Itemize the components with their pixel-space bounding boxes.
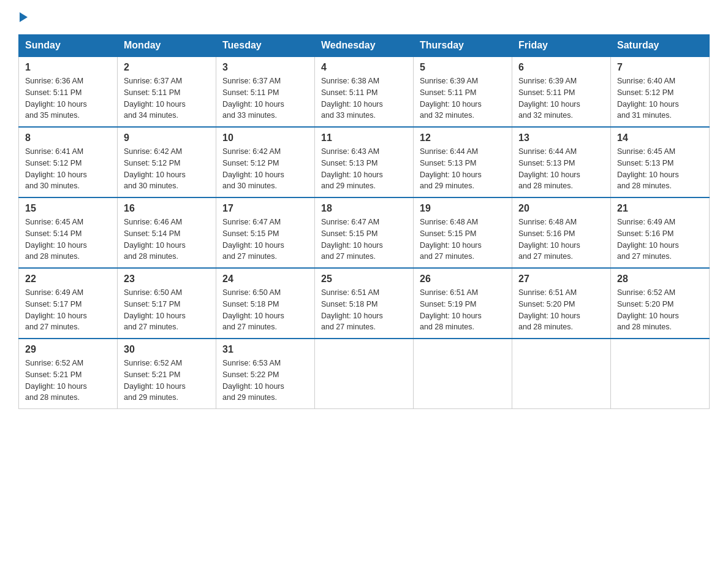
day-number: 27 (518, 274, 604, 285)
day-number: 5 (420, 62, 506, 73)
day-cell: 7Sunrise: 6:40 AMSunset: 5:12 PMDaylight… (611, 56, 710, 127)
day-info: Sunrise: 6:39 AMSunset: 5:11 PMDaylight:… (420, 75, 506, 121)
day-number: 6 (518, 62, 604, 73)
day-cell: 1Sunrise: 6:36 AMSunset: 5:11 PMDaylight… (19, 56, 118, 127)
day-cell: 21Sunrise: 6:49 AMSunset: 5:16 PMDayligh… (611, 197, 710, 268)
day-number: 20 (518, 203, 604, 214)
logo (18, 12, 28, 23)
day-info: Sunrise: 6:52 AMSunset: 5:21 PMDaylight:… (25, 358, 111, 404)
day-cell: 29Sunrise: 6:52 AMSunset: 5:21 PMDayligh… (19, 339, 118, 409)
day-cell: 26Sunrise: 6:51 AMSunset: 5:19 PMDayligh… (414, 268, 512, 339)
day-cell (315, 339, 414, 409)
day-info: Sunrise: 6:49 AMSunset: 5:16 PMDaylight:… (617, 216, 703, 262)
day-cell (512, 339, 611, 409)
col-header-wednesday: Wednesday (315, 35, 414, 57)
day-cell: 31Sunrise: 6:53 AMSunset: 5:22 PMDayligh… (216, 339, 315, 409)
day-info: Sunrise: 6:37 AMSunset: 5:11 PMDaylight:… (222, 75, 308, 121)
day-info: Sunrise: 6:37 AMSunset: 5:11 PMDaylight:… (124, 75, 210, 121)
day-number: 29 (25, 344, 111, 355)
day-info: Sunrise: 6:43 AMSunset: 5:13 PMDaylight:… (321, 146, 407, 192)
day-info: Sunrise: 6:40 AMSunset: 5:12 PMDaylight:… (617, 75, 703, 121)
day-info: Sunrise: 6:51 AMSunset: 5:19 PMDaylight:… (420, 287, 506, 333)
day-number: 7 (617, 62, 703, 73)
day-number: 3 (222, 62, 308, 73)
day-cell: 24Sunrise: 6:50 AMSunset: 5:18 PMDayligh… (216, 268, 315, 339)
day-cell: 8Sunrise: 6:41 AMSunset: 5:12 PMDaylight… (19, 127, 118, 197)
day-cell: 10Sunrise: 6:42 AMSunset: 5:12 PMDayligh… (216, 127, 315, 197)
day-info: Sunrise: 6:48 AMSunset: 5:16 PMDaylight:… (518, 216, 604, 262)
col-header-thursday: Thursday (414, 35, 512, 57)
day-info: Sunrise: 6:44 AMSunset: 5:13 PMDaylight:… (518, 146, 604, 192)
page-header (18, 12, 710, 23)
day-number: 28 (617, 274, 703, 285)
day-info: Sunrise: 6:44 AMSunset: 5:13 PMDaylight:… (420, 146, 506, 192)
day-cell: 13Sunrise: 6:44 AMSunset: 5:13 PMDayligh… (512, 127, 611, 197)
day-cell: 28Sunrise: 6:52 AMSunset: 5:20 PMDayligh… (611, 268, 710, 339)
day-number: 10 (222, 132, 308, 144)
day-number: 13 (518, 132, 604, 144)
day-number: 11 (321, 132, 407, 144)
day-cell: 11Sunrise: 6:43 AMSunset: 5:13 PMDayligh… (315, 127, 414, 197)
day-cell: 4Sunrise: 6:38 AMSunset: 5:11 PMDaylight… (315, 56, 414, 127)
day-info: Sunrise: 6:47 AMSunset: 5:15 PMDaylight:… (222, 216, 308, 262)
day-cell: 16Sunrise: 6:46 AMSunset: 5:14 PMDayligh… (118, 197, 216, 268)
day-number: 23 (124, 274, 210, 285)
day-cell (414, 339, 512, 409)
day-info: Sunrise: 6:38 AMSunset: 5:11 PMDaylight:… (321, 75, 407, 121)
day-cell: 2Sunrise: 6:37 AMSunset: 5:11 PMDaylight… (118, 56, 216, 127)
day-number: 24 (222, 274, 308, 285)
day-cell: 23Sunrise: 6:50 AMSunset: 5:17 PMDayligh… (118, 268, 216, 339)
day-info: Sunrise: 6:42 AMSunset: 5:12 PMDaylight:… (124, 146, 210, 192)
week-row-1: 1Sunrise: 6:36 AMSunset: 5:11 PMDaylight… (19, 56, 710, 127)
week-row-2: 8Sunrise: 6:41 AMSunset: 5:12 PMDaylight… (19, 127, 710, 197)
day-cell: 12Sunrise: 6:44 AMSunset: 5:13 PMDayligh… (414, 127, 512, 197)
day-info: Sunrise: 6:53 AMSunset: 5:22 PMDaylight:… (222, 358, 308, 404)
day-number: 4 (321, 62, 407, 73)
day-number: 2 (124, 62, 210, 73)
day-cell: 3Sunrise: 6:37 AMSunset: 5:11 PMDaylight… (216, 56, 315, 127)
day-info: Sunrise: 6:51 AMSunset: 5:20 PMDaylight:… (518, 287, 604, 333)
day-number: 14 (617, 132, 703, 144)
day-info: Sunrise: 6:50 AMSunset: 5:18 PMDaylight:… (222, 287, 308, 333)
day-number: 16 (124, 203, 210, 214)
day-info: Sunrise: 6:51 AMSunset: 5:18 PMDaylight:… (321, 287, 407, 333)
day-info: Sunrise: 6:41 AMSunset: 5:12 PMDaylight:… (25, 146, 111, 192)
day-info: Sunrise: 6:50 AMSunset: 5:17 PMDaylight:… (124, 287, 210, 333)
day-cell: 5Sunrise: 6:39 AMSunset: 5:11 PMDaylight… (414, 56, 512, 127)
week-row-3: 15Sunrise: 6:45 AMSunset: 5:14 PMDayligh… (19, 197, 710, 268)
day-number: 22 (25, 274, 111, 285)
day-number: 18 (321, 203, 407, 214)
day-info: Sunrise: 6:39 AMSunset: 5:11 PMDaylight:… (518, 75, 604, 121)
day-number: 19 (420, 203, 506, 214)
day-cell: 15Sunrise: 6:45 AMSunset: 5:14 PMDayligh… (19, 197, 118, 268)
day-cell: 17Sunrise: 6:47 AMSunset: 5:15 PMDayligh… (216, 197, 315, 268)
col-header-saturday: Saturday (611, 35, 710, 57)
day-cell: 9Sunrise: 6:42 AMSunset: 5:12 PMDaylight… (118, 127, 216, 197)
day-number: 15 (25, 203, 111, 214)
day-info: Sunrise: 6:48 AMSunset: 5:15 PMDaylight:… (420, 216, 506, 262)
day-number: 8 (25, 132, 111, 144)
day-info: Sunrise: 6:45 AMSunset: 5:13 PMDaylight:… (617, 146, 703, 192)
day-cell (611, 339, 710, 409)
day-info: Sunrise: 6:49 AMSunset: 5:17 PMDaylight:… (25, 287, 111, 333)
col-header-sunday: Sunday (19, 35, 118, 57)
day-cell: 22Sunrise: 6:49 AMSunset: 5:17 PMDayligh… (19, 268, 118, 339)
day-cell: 6Sunrise: 6:39 AMSunset: 5:11 PMDaylight… (512, 56, 611, 127)
day-info: Sunrise: 6:45 AMSunset: 5:14 PMDaylight:… (25, 216, 111, 262)
calendar-table: SundayMondayTuesdayWednesdayThursdayFrid… (18, 34, 710, 409)
day-info: Sunrise: 6:42 AMSunset: 5:12 PMDaylight:… (222, 146, 308, 192)
col-header-monday: Monday (118, 35, 216, 57)
day-cell: 27Sunrise: 6:51 AMSunset: 5:20 PMDayligh… (512, 268, 611, 339)
day-number: 25 (321, 274, 407, 285)
day-info: Sunrise: 6:52 AMSunset: 5:20 PMDaylight:… (617, 287, 703, 333)
day-number: 31 (222, 344, 308, 355)
day-number: 26 (420, 274, 506, 285)
day-number: 1 (25, 62, 111, 73)
day-cell: 25Sunrise: 6:51 AMSunset: 5:18 PMDayligh… (315, 268, 414, 339)
day-info: Sunrise: 6:52 AMSunset: 5:21 PMDaylight:… (124, 358, 210, 404)
day-info: Sunrise: 6:36 AMSunset: 5:11 PMDaylight:… (25, 75, 111, 121)
day-number: 17 (222, 203, 308, 214)
col-header-tuesday: Tuesday (216, 35, 315, 57)
header-row: SundayMondayTuesdayWednesdayThursdayFrid… (19, 35, 710, 57)
day-cell: 20Sunrise: 6:48 AMSunset: 5:16 PMDayligh… (512, 197, 611, 268)
